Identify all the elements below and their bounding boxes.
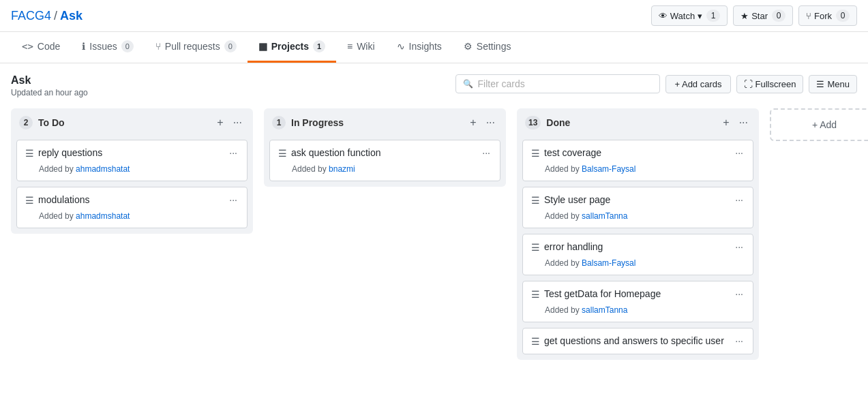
card-list-icon: ☰: [278, 148, 287, 159]
in-progress-add-button[interactable]: +: [467, 115, 479, 130]
card-more-button[interactable]: ···: [734, 147, 745, 158]
issues-count: 0: [121, 40, 134, 52]
tab-wiki[interactable]: ≡ Wiki: [336, 33, 386, 62]
card-more-button[interactable]: ···: [481, 147, 492, 158]
fork-button[interactable]: ⑂ Fork 0: [798, 5, 857, 26]
fork-icon: ⑂: [806, 11, 811, 21]
card-title-text: reply questions: [38, 147, 102, 158]
card-title-text: ask question function: [291, 147, 381, 158]
fullscreen-button[interactable]: ⛶ Fullscreen: [736, 75, 804, 93]
pr-count: 0: [224, 40, 237, 52]
card-more-button[interactable]: ···: [734, 288, 745, 299]
todo-cards: ☰ reply questions ··· Added by ahmadmsha…: [11, 137, 253, 234]
project-title: Ask: [11, 74, 88, 87]
card-title-text: test coverage: [544, 147, 601, 158]
card-more-button[interactable]: ···: [228, 194, 239, 205]
done-count: 13: [525, 116, 541, 129]
card-modulations: ☰ modulations ··· Added by ahmadmshatat: [16, 187, 248, 228]
card-title-text: error handling: [544, 241, 603, 252]
card-author-link[interactable]: Balsam-Faysal: [582, 164, 635, 174]
in-progress-title: In Progress: [291, 117, 344, 128]
star-button[interactable]: ★ Star 0: [733, 5, 793, 26]
card-meta: Added by Balsam-Faysal: [545, 164, 745, 174]
card-more-button[interactable]: ···: [228, 147, 239, 158]
card-title-text: Style user page: [544, 194, 610, 205]
in-progress-cards: ☰ ask question function ··· Added by bna…: [264, 137, 506, 187]
column-todo: 2 To Do + ··· ☰ reply questions ··· Adde…: [11, 108, 253, 234]
nav-tabs: <> Code ℹ Issues 0 ⑂ Pull requests 0 ▦ P…: [0, 32, 868, 63]
eye-icon: 👁: [659, 11, 668, 21]
add-cards-button[interactable]: + Add cards: [665, 75, 730, 93]
project-info: Ask Updated an hour ago: [11, 74, 88, 97]
card-meta: Added by sallamTanna: [545, 211, 745, 221]
search-icon: 🔍: [463, 79, 473, 89]
header-actions: 👁 Watch ▾ 1 ★ Star 0 ⑂ Fork 0: [651, 5, 857, 26]
done-add-button[interactable]: +: [720, 115, 732, 130]
card-author-link[interactable]: ahmadmshatat: [76, 164, 130, 174]
fork-count: 0: [836, 10, 850, 22]
card-list-icon: ☰: [531, 242, 540, 253]
todo-add-button[interactable]: +: [214, 115, 226, 130]
insights-icon: ∿: [397, 41, 405, 52]
watch-button[interactable]: 👁 Watch ▾ 1: [651, 5, 728, 26]
menu-button[interactable]: ☰ Menu: [809, 75, 857, 93]
card-get-questions: ☰ get questions and answers to specific …: [522, 328, 753, 354]
tab-settings[interactable]: ⚙ Settings: [453, 33, 522, 62]
column-todo-header: 2 To Do + ···: [11, 108, 253, 137]
card-test-coverage: ☰ test coverage ··· Added by Balsam-Fays…: [522, 140, 753, 181]
project-updated: Updated an hour ago: [11, 88, 88, 97]
card-style-user-page: ☰ Style user page ··· Added by sallamTan…: [522, 187, 753, 228]
fullscreen-icon: ⛶: [744, 79, 753, 89]
card-list-icon: ☰: [25, 195, 34, 206]
column-in-progress: 1 In Progress + ··· ☰ ask question funct…: [264, 108, 506, 187]
card-author-link[interactable]: ahmadmshatat: [76, 211, 130, 221]
tab-insights[interactable]: ∿ Insights: [386, 33, 453, 62]
todo-count: 2: [19, 116, 33, 129]
tab-issues[interactable]: ℹ Issues 0: [71, 32, 144, 63]
pr-icon: ⑂: [155, 41, 161, 52]
repo-link[interactable]: Ask: [60, 9, 83, 23]
card-error-handling: ☰ error handling ··· Added by Balsam-Fay…: [522, 234, 753, 275]
card-author-link[interactable]: sallamTanna: [582, 211, 627, 221]
card-more-button[interactable]: ···: [734, 335, 745, 346]
add-column-button[interactable]: + Add: [770, 108, 868, 141]
card-title-text: get questions and answers to specific us…: [544, 335, 724, 346]
card-title-text: Test getData for Homepage: [544, 288, 661, 299]
filter-cards-input[interactable]: [477, 78, 653, 89]
done-more-button[interactable]: ···: [736, 115, 751, 130]
card-author-link[interactable]: bnazmi: [329, 164, 355, 174]
column-done: 13 Done + ··· ☰ test coverage ··· Adde: [517, 108, 759, 360]
card-more-button[interactable]: ···: [734, 194, 745, 205]
card-list-icon: ☰: [531, 195, 540, 206]
card-ask-question: ☰ ask question function ··· Added by bna…: [269, 140, 500, 181]
card-title-text: modulations: [38, 194, 90, 205]
column-done-header: 13 Done + ···: [517, 108, 759, 137]
in-progress-count: 1: [272, 116, 286, 129]
watch-count: 1: [706, 10, 720, 22]
card-author-link[interactable]: sallamTanna: [582, 305, 627, 315]
card-test-getdata: ☰ Test getData for Homepage ··· Added by…: [522, 281, 753, 322]
column-in-progress-header: 1 In Progress + ···: [264, 108, 506, 137]
wiki-icon: ≡: [347, 41, 353, 52]
card-meta: Added by bnazmi: [292, 164, 492, 174]
done-title: Done: [546, 117, 570, 128]
card-meta: Added by sallamTanna: [545, 305, 745, 315]
repo-title: FACG4 / Ask: [11, 9, 83, 23]
card-more-button[interactable]: ···: [734, 241, 745, 252]
tab-code[interactable]: <> Code: [11, 33, 71, 62]
todo-title: To Do: [38, 117, 65, 128]
card-meta: Added by ahmadmshatat: [39, 211, 239, 221]
star-count: 0: [772, 10, 785, 22]
card-list-icon: ☰: [531, 148, 540, 159]
project-header: Ask Updated an hour ago 🔍 + Add cards ⛶ …: [0, 63, 868, 103]
board: 2 To Do + ··· ☰ reply questions ··· Adde…: [0, 103, 868, 376]
todo-more-button[interactable]: ···: [230, 115, 245, 130]
card-list-icon: ☰: [531, 336, 540, 347]
org-link[interactable]: FACG4: [11, 9, 51, 23]
done-cards: ☰ test coverage ··· Added by Balsam-Fays…: [517, 137, 759, 360]
in-progress-more-button[interactable]: ···: [483, 115, 498, 130]
tab-projects[interactable]: ▦ Projects 1: [248, 32, 336, 63]
card-list-icon: ☰: [25, 148, 34, 159]
card-author-link[interactable]: Balsam-Faysal: [582, 258, 635, 268]
tab-pull-requests[interactable]: ⑂ Pull requests 0: [145, 32, 248, 63]
